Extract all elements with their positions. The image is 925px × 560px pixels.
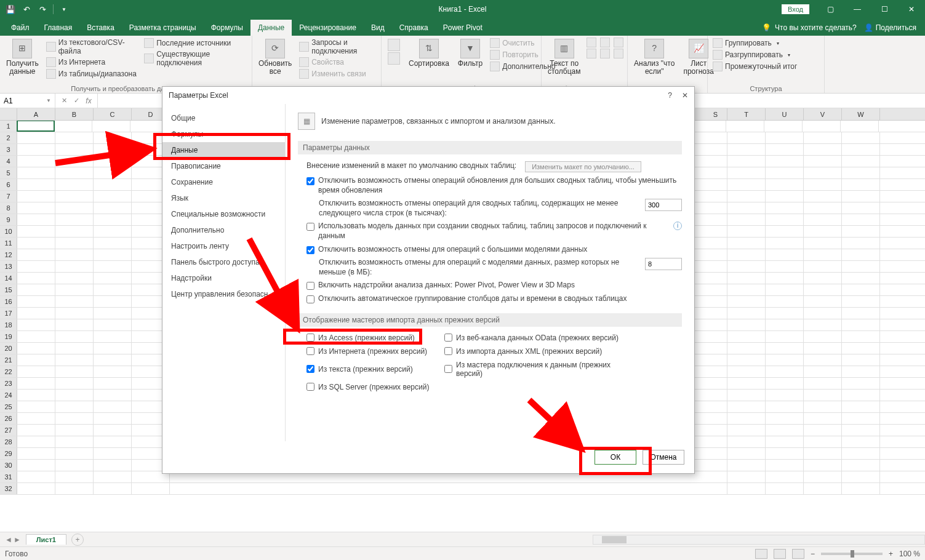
existing-connections-button[interactable]: Существующие подключения <box>143 49 248 68</box>
cell[interactable] <box>55 308 94 319</box>
cell[interactable] <box>17 436 55 447</box>
cell[interactable] <box>17 425 55 436</box>
recent-sources-button[interactable]: Последние источники <box>143 38 248 49</box>
maximize-icon[interactable]: ☐ <box>871 0 898 18</box>
cell[interactable] <box>94 249 132 260</box>
cell[interactable] <box>704 202 727 214</box>
cell[interactable] <box>804 308 842 319</box>
cell[interactable] <box>727 483 766 494</box>
sheet-tab[interactable]: Лист1 <box>26 534 66 545</box>
login-button[interactable]: Вход <box>782 4 809 14</box>
cell[interactable] <box>55 343 94 354</box>
row-header[interactable]: 22 <box>0 366 17 377</box>
cell[interactable] <box>704 214 727 225</box>
row-header[interactable]: 10 <box>0 226 17 237</box>
cell[interactable] <box>727 144 766 155</box>
cell[interactable] <box>17 378 55 389</box>
cell[interactable] <box>842 448 880 459</box>
normal-view-icon[interactable] <box>755 549 767 559</box>
cell[interactable] <box>704 425 727 436</box>
sort-az-button[interactable] <box>385 38 402 66</box>
cell[interactable] <box>842 261 880 272</box>
legacy-web[interactable] <box>306 347 314 355</box>
cell[interactable] <box>842 156 880 167</box>
cell[interactable] <box>766 144 804 155</box>
cell[interactable] <box>727 284 766 295</box>
cell[interactable] <box>766 378 804 389</box>
zoom-level[interactable]: 100 % <box>899 550 920 558</box>
cell[interactable] <box>17 144 55 155</box>
cell[interactable] <box>804 296 842 307</box>
cell[interactable] <box>804 331 842 342</box>
cell[interactable] <box>764 121 803 132</box>
cell[interactable] <box>841 121 879 132</box>
text-to-columns-button[interactable]: ▥Текст по столбцам <box>545 38 583 77</box>
cell[interactable] <box>704 179 727 190</box>
relationships-icon[interactable] <box>600 49 610 58</box>
cell[interactable] <box>842 425 880 436</box>
cell[interactable] <box>766 273 804 284</box>
cell[interactable] <box>727 378 766 389</box>
nav-advanced[interactable]: Дополнительно <box>162 222 285 238</box>
cell[interactable] <box>94 179 132 190</box>
cell[interactable] <box>17 319 55 330</box>
cell[interactable] <box>766 249 804 260</box>
cell[interactable] <box>727 331 766 342</box>
flash-fill-icon[interactable] <box>587 38 596 47</box>
cell[interactable] <box>55 284 94 295</box>
col-header[interactable]: C <box>94 108 132 120</box>
cell[interactable] <box>704 144 727 155</box>
cell[interactable] <box>804 179 842 190</box>
cell[interactable] <box>704 296 727 307</box>
cell[interactable] <box>55 366 94 377</box>
cell[interactable] <box>55 436 94 447</box>
cell[interactable] <box>842 202 880 214</box>
cell[interactable] <box>94 460 132 471</box>
cell[interactable] <box>842 343 880 354</box>
cell[interactable] <box>55 214 94 225</box>
cell[interactable] <box>94 296 132 307</box>
cell[interactable] <box>17 366 55 377</box>
cell[interactable] <box>804 156 842 167</box>
cell[interactable] <box>842 331 880 342</box>
cell[interactable] <box>17 296 55 307</box>
cell[interactable] <box>804 273 842 284</box>
cell[interactable] <box>842 378 880 389</box>
cell[interactable] <box>766 296 804 307</box>
cell[interactable] <box>727 202 766 214</box>
cell[interactable] <box>766 471 804 482</box>
cell[interactable] <box>727 308 766 319</box>
row-header[interactable]: 20 <box>0 343 17 354</box>
cell[interactable] <box>94 436 132 447</box>
cell[interactable] <box>704 249 727 260</box>
row-header[interactable]: 26 <box>0 413 17 424</box>
remove-dup-icon[interactable] <box>600 38 610 47</box>
queries-connections-button[interactable]: Запросы и подключения <box>298 38 377 56</box>
col-header[interactable]: U <box>766 108 804 120</box>
cell[interactable] <box>842 354 880 366</box>
nav-proofing[interactable]: Правописание <box>162 158 285 174</box>
from-table-button[interactable]: Из таблицы/диапазона <box>45 68 139 79</box>
row-header[interactable]: 28 <box>0 436 17 447</box>
tab-view[interactable]: Вид <box>364 20 392 36</box>
cell[interactable] <box>704 436 727 447</box>
cell[interactable] <box>766 238 804 249</box>
cell[interactable] <box>804 354 842 366</box>
cell[interactable] <box>727 249 766 260</box>
cell[interactable] <box>17 214 55 225</box>
cell[interactable] <box>55 425 94 436</box>
cell[interactable] <box>704 448 727 459</box>
cell[interactable] <box>94 319 132 330</box>
page-break-view-icon[interactable] <box>792 549 804 559</box>
cell[interactable] <box>94 331 132 342</box>
save-icon[interactable]: 💾 <box>4 2 17 16</box>
cell[interactable] <box>842 273 880 284</box>
cell[interactable] <box>804 249 842 260</box>
row-header[interactable]: 8 <box>0 202 17 214</box>
cell[interactable] <box>94 366 132 377</box>
zoom-in-icon[interactable]: + <box>889 550 893 558</box>
row-header[interactable]: 31 <box>0 471 17 482</box>
cell[interactable] <box>55 167 94 178</box>
cell[interactable] <box>727 425 766 436</box>
cell[interactable] <box>94 273 132 284</box>
